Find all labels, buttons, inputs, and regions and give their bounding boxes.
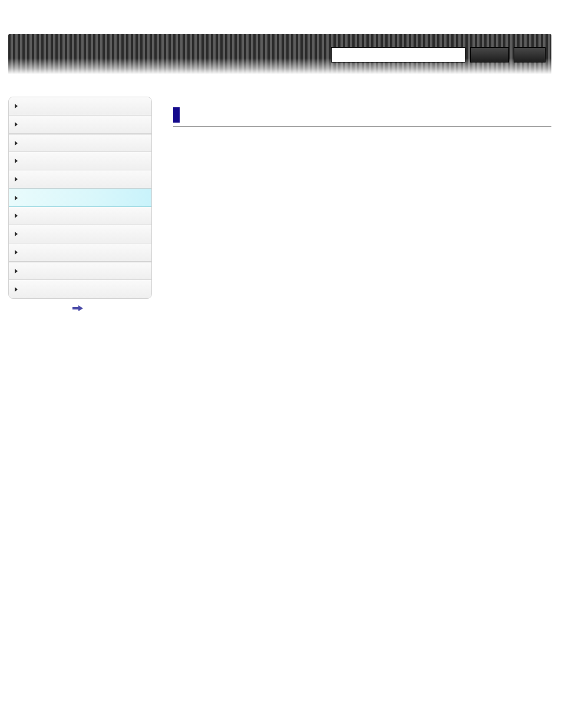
arrow-right-icon [72,306,84,311]
reset-button[interactable] [514,47,546,62]
sidebar-footer [8,306,152,311]
sidebar-item-9[interactable] [9,262,151,280]
caret-right-icon [15,122,18,127]
caret-right-icon [15,159,18,163]
sidebar-item-7[interactable] [9,225,151,243]
sidebar-item-10[interactable] [9,280,151,298]
sidebar-item-0[interactable] [9,97,151,116]
title-accent-block [173,107,180,123]
sidebar-item-4[interactable] [9,170,151,189]
title-row [173,107,551,127]
sidebar-item-1[interactable] [9,116,151,134]
caret-right-icon [15,177,18,182]
caret-right-icon [15,141,18,146]
sidebar-item-6[interactable] [9,207,151,225]
caret-right-icon [15,287,18,292]
caret-right-icon [15,250,18,255]
sidebar-item-8[interactable] [9,243,151,262]
sidebar [8,97,152,299]
main-content [173,97,551,127]
header-bar [8,34,551,74]
search-button[interactable] [470,47,509,62]
caret-right-icon [15,269,18,274]
sidebar-item-2[interactable] [9,134,151,152]
search-input[interactable] [331,47,465,62]
caret-right-icon [15,104,18,108]
header-controls [331,47,546,62]
sidebar-item-5[interactable] [9,189,151,207]
caret-right-icon [15,213,18,218]
caret-right-icon [15,196,18,200]
caret-right-icon [15,232,18,236]
sidebar-item-3[interactable] [9,152,151,170]
